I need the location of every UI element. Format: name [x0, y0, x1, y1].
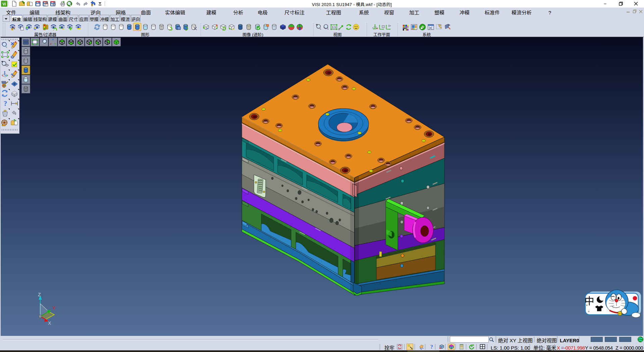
svg-text:。: 。 — [588, 306, 593, 313]
svg-text:Y: Y — [52, 304, 56, 311]
svg-text:': ' — [586, 302, 587, 310]
svg-text:Z: Z — [38, 291, 41, 298]
svg-text:Vi: Vi — [2, 1, 6, 6]
svg-text:中: 中 — [584, 293, 594, 307]
svg-text:X: X — [48, 319, 51, 326]
svg-text:1:1: 1:1 — [332, 25, 336, 29]
svg-text:?: ? — [430, 344, 433, 350]
